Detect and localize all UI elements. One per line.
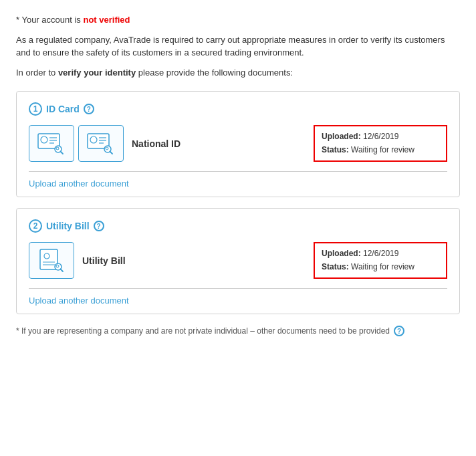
utility-bill-icon-box	[29, 242, 74, 279]
id-card-title: 1 ID Card ?	[29, 102, 447, 116]
utility-status-value: Waiting for review	[351, 262, 414, 271]
utility-uploaded-date: 12/6/2019	[363, 249, 398, 258]
utility-uploaded-label: Uploaded:	[322, 249, 361, 258]
utility-bill-label: Utility Bill	[46, 221, 90, 231]
utility-status-label: Status:	[322, 262, 349, 271]
id-card-section: 1 ID Card ?	[16, 91, 460, 197]
id-uploaded-line: Uploaded: 12/6/2019	[322, 130, 439, 143]
id-back-icon-box	[78, 125, 124, 162]
utility-bill-icon	[37, 247, 66, 274]
intro-paragraph: As a regulated company, AvaTrade is requ…	[16, 33, 460, 60]
id-uploaded-date: 12/6/2019	[363, 132, 398, 141]
id-card-help-icon[interactable]: ?	[84, 104, 94, 114]
utility-bill-doc-row: Utility Bill Uploaded: 12/6/2019 Status:…	[29, 242, 447, 279]
svg-line-21	[61, 269, 64, 271]
utility-bill-title: 2 Utility Bill ?	[29, 219, 447, 233]
not-verified-prefix: * Your account is	[16, 15, 83, 25]
utility-upload-another-link[interactable]: Upload another document	[29, 296, 129, 306]
id-upload-another-link[interactable]: Upload another document	[29, 179, 129, 189]
utility-bill-status-box: Uploaded: 12/6/2019 Status: Waiting for …	[314, 242, 447, 278]
id-card-doc-row: National ID Uploaded: 12/6/2019 Status: …	[29, 125, 447, 162]
footer-help-icon[interactable]: ?	[394, 326, 404, 336]
utility-bill-help-icon[interactable]: ?	[94, 221, 104, 231]
id-card-status-box: Uploaded: 12/6/2019 Status: Waiting for …	[314, 125, 447, 161]
id-card-label: ID Card	[46, 104, 80, 114]
utility-bill-section: 2 Utility Bill ?	[16, 208, 460, 314]
verify-identity-text: In order to verify your identity please …	[16, 66, 460, 80]
svg-line-14	[110, 151, 113, 154]
id-card-icons	[29, 125, 124, 162]
utility-bill-icons	[29, 242, 74, 279]
id-status-line: Status: Waiting for review	[322, 144, 439, 156]
footer-note: * If you are representing a company and …	[16, 325, 460, 337]
utility-uploaded-line: Uploaded: 12/6/2019	[322, 247, 439, 260]
utility-divider	[29, 288, 447, 289]
section-number-1: 1	[29, 102, 42, 116]
id-divider	[29, 171, 447, 172]
account-status-text: * Your account is not verified	[16, 13, 460, 27]
id-back-icon	[86, 130, 116, 157]
id-uploaded-label: Uploaded:	[322, 132, 361, 141]
utility-bill-doc-label: Utility Bill	[82, 255, 306, 266]
id-status-label: Status:	[322, 145, 349, 154]
id-front-icon-box	[29, 125, 74, 162]
verify-bold: verify your identity	[58, 68, 136, 78]
national-id-label: National ID	[132, 138, 306, 149]
not-verified-label: not verified	[83, 15, 130, 25]
verify-suffix: please provide the following documents:	[136, 68, 293, 78]
footer-note-text: * If you are representing a company and …	[16, 325, 390, 337]
id-status-value: Waiting for review	[351, 145, 414, 154]
section-number-2: 2	[29, 219, 42, 233]
verify-prefix: In order to	[16, 68, 58, 78]
utility-status-line: Status: Waiting for review	[322, 261, 439, 273]
svg-line-6	[61, 151, 64, 154]
id-front-icon	[37, 130, 66, 157]
